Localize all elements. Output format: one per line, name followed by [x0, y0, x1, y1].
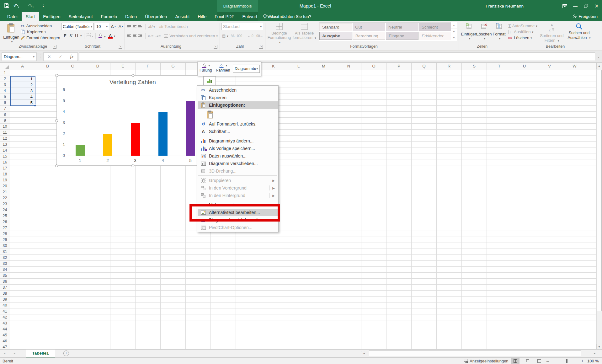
column-header-R[interactable]: R: [437, 63, 462, 70]
redo-icon[interactable]: ↷▾: [28, 3, 38, 9]
user-name[interactable]: Franziska Neumann: [486, 0, 524, 12]
menu-item-diagrammbereich-formatieren[interactable]: Diagrammbereich formatieren...: [198, 216, 278, 224]
row-header-25[interactable]: 25: [0, 213, 10, 219]
borders-button[interactable]: ▾: [87, 33, 93, 38]
zoom-in-icon[interactable]: +: [581, 358, 583, 363]
chart[interactable]: Verteilung Zahlen 012345612345: [56, 75, 209, 166]
clear-button[interactable]: Löschen▾: [508, 35, 537, 41]
align-right-icon[interactable]: [138, 33, 142, 39]
view-normal-icon[interactable]: [511, 358, 519, 364]
menu-item-daten-auswählen[interactable]: Daten auswählen...: [198, 152, 278, 160]
underline-button[interactable]: U: [74, 33, 79, 38]
menu-item-schriftart[interactable]: ASchriftart...: [198, 128, 278, 135]
row-header-37[interactable]: 37: [0, 285, 10, 291]
vertical-scrollbar-track[interactable]: [596, 69, 602, 344]
column-header-G[interactable]: G: [161, 63, 186, 70]
gallery-more-icon[interactable]: ▼̱: [451, 35, 457, 41]
sheet-nav-left-icon[interactable]: ◂: [4, 351, 5, 355]
chart-bar-2[interactable]: [103, 134, 112, 156]
close-button[interactable]: ✕: [591, 0, 602, 12]
row-header-3[interactable]: 3: [0, 82, 10, 88]
row-header-11[interactable]: 11: [0, 130, 10, 136]
row-header-12[interactable]: 12: [0, 136, 10, 142]
menu-item-diagrammtyp-ändern[interactable]: Diagrammtyp ändern...: [198, 137, 278, 145]
cells-format-button[interactable]: Format▾: [492, 23, 506, 41]
cell-selection[interactable]: [10, 76, 35, 106]
row-header-17[interactable]: 17: [0, 165, 10, 171]
vertical-scrollbar-thumb[interactable]: [597, 70, 602, 311]
cut-button[interactable]: ✂Ausschneiden: [21, 23, 60, 29]
column-header-L[interactable]: L: [286, 63, 311, 70]
conditional-formatting-button[interactable]: ≠ BedingteFormatierung ▾: [267, 23, 291, 45]
menu-item-3d-drehung[interactable]: 3D-Drehung...: [198, 167, 278, 175]
menu-item-auf-formatvorl-zurücks[interactable]: ↺Auf Formatvorl. zurücks.: [198, 120, 278, 128]
column-header-E[interactable]: E: [110, 63, 136, 70]
row-header-27[interactable]: 27: [0, 225, 10, 231]
scroll-up-icon[interactable]: ▲: [596, 63, 602, 69]
menu-item-in-den-hintergrund[interactable]: In den Hintergrund▶: [198, 192, 278, 199]
chart-handle-bottom-left[interactable]: [55, 164, 58, 167]
sheet-tab-active[interactable]: Tabelle1: [26, 350, 55, 357]
column-header-Q[interactable]: Q: [412, 63, 437, 70]
view-page-break-icon[interactable]: [535, 358, 543, 364]
gallery-up-icon[interactable]: ▲: [451, 22, 457, 29]
fill-mini-button[interactable]: ▾ Füllung: [200, 63, 212, 72]
formula-input[interactable]: [79, 52, 595, 61]
column-header-W[interactable]: W: [562, 63, 587, 70]
row-header-36[interactable]: 36: [0, 279, 10, 285]
fill-button[interactable]: ↓Ausfüllen▾: [508, 29, 537, 35]
menu-item-diagramm-verschieben[interactable]: Diagramm verschieben...: [198, 160, 278, 167]
row-header-40[interactable]: 40: [0, 302, 10, 308]
cell-style-eingabe[interactable]: Eingabe: [386, 32, 418, 40]
row-header-23[interactable]: 23: [0, 201, 10, 207]
row-header-20[interactable]: 20: [0, 183, 10, 189]
find-select-button[interactable]: Suchen undAuswählen ▾: [567, 23, 592, 40]
ribbon-tab-einfügen[interactable]: Einfügen: [39, 12, 64, 21]
font-name-combo[interactable]: Calibri (Textkörpe▾: [61, 23, 94, 30]
fill-handle[interactable]: [34, 104, 36, 107]
shrink-font-button[interactable]: A▼: [119, 24, 124, 29]
row-header-18[interactable]: 18: [0, 171, 10, 177]
font-color-button[interactable]: A▾: [108, 33, 115, 39]
row-header-44[interactable]: 44: [0, 326, 10, 332]
fill-color-button[interactable]: ▾: [98, 33, 106, 39]
expand-formula-bar-icon[interactable]: ⌄: [596, 52, 601, 61]
cell-style-gut[interactable]: Gut: [353, 23, 385, 31]
number-dialog-launcher[interactable]: ↘: [259, 45, 263, 49]
column-header-V[interactable]: V: [537, 63, 562, 70]
ribbon-tab-formeln[interactable]: Formeln: [97, 12, 121, 21]
accounting-format-icon[interactable]: ▤▾: [222, 34, 228, 38]
row-header-22[interactable]: 22: [0, 195, 10, 201]
font-size-combo[interactable]: 10▾: [95, 23, 109, 30]
zoom-slider[interactable]: [551, 361, 578, 361]
row-header-19[interactable]: 19: [0, 177, 10, 183]
row-header-47[interactable]: 47: [0, 344, 10, 349]
column-header-S[interactable]: S: [462, 63, 487, 70]
share-button[interactable]: Freigeben: [573, 12, 598, 21]
row-header-41[interactable]: 41: [0, 308, 10, 314]
row-header-16[interactable]: 16: [0, 159, 10, 165]
ribbon-tab-start[interactable]: Start: [22, 12, 39, 21]
increase-indent-icon[interactable]: ⇥≡: [155, 34, 161, 38]
cell-style-standard[interactable]: Standard: [319, 23, 352, 31]
menu-item-alternativtext-bearbeiten[interactable]: Alternativtext bearbeiten...: [198, 209, 278, 216]
align-middle-icon[interactable]: [133, 24, 136, 29]
cells-löschen-button[interactable]: Löschen▾: [477, 23, 491, 41]
row-header-5[interactable]: 5: [0, 94, 10, 100]
cell-style-berechnung[interactable]: Berechnung: [353, 32, 385, 40]
ribbon-tab-daten[interactable]: Daten: [121, 12, 141, 21]
menu-item-einfügeoptionen[interactable]: Einfügeoptionen:: [198, 101, 278, 109]
outline-mini-button[interactable]: ▾ Rahmen: [216, 63, 230, 72]
chart-handle-bottom-center[interactable]: [131, 164, 134, 167]
wrap-text-button[interactable]: abTextumbruch: [159, 24, 188, 29]
row-header-14[interactable]: 14: [0, 147, 10, 153]
row-header-33[interactable]: 33: [0, 261, 10, 267]
row-header-32[interactable]: 32: [0, 255, 10, 261]
cell-style-schlecht[interactable]: Schlecht: [419, 23, 452, 31]
align-bottom-icon[interactable]: [138, 24, 142, 29]
name-box-dropdown[interactable]: ▾: [33, 55, 35, 58]
ribbon-tab-seitenlayout[interactable]: Seitenlayout: [65, 12, 97, 21]
column-header-O[interactable]: O: [361, 63, 386, 70]
new-sheet-icon[interactable]: +: [63, 351, 69, 356]
zoom-out-icon[interactable]: –: [546, 358, 549, 364]
